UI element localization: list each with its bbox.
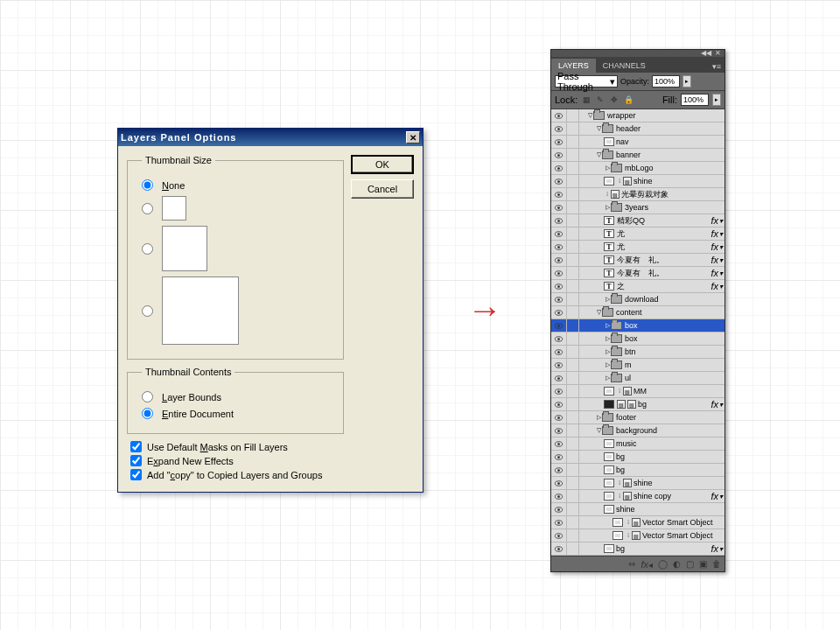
radio-medium[interactable] xyxy=(142,243,153,255)
radio-none[interactable] xyxy=(142,179,153,191)
visibility-icon[interactable] xyxy=(551,122,567,135)
panel-menu-icon[interactable]: ▾≡ xyxy=(709,60,724,73)
opacity-input[interactable]: 100% xyxy=(652,75,680,88)
lock-transparency-icon[interactable]: ▦ xyxy=(581,94,592,105)
visibility-icon[interactable] xyxy=(551,385,567,397)
ok-button[interactable]: OK xyxy=(351,155,414,174)
visibility-icon[interactable] xyxy=(551,332,567,345)
visibility-icon[interactable] xyxy=(551,175,567,187)
close-icon[interactable]: ✕ xyxy=(406,131,420,144)
fx-indicator[interactable]: fx ▾ xyxy=(710,399,724,410)
layer-row[interactable]: T今夏有 礼。fx ▾ xyxy=(551,267,724,280)
trash-icon[interactable]: 🗑 xyxy=(712,559,721,569)
lock-move-icon[interactable]: ✥ xyxy=(609,94,620,105)
visibility-icon[interactable] xyxy=(551,214,567,227)
fill-arrow-icon[interactable]: ▸ xyxy=(712,94,721,106)
layer-row[interactable]: ▷box xyxy=(551,332,724,346)
layer-row[interactable]: ⁞▧shine copyfx ▾ xyxy=(551,490,724,503)
layer-row[interactable]: ▷box xyxy=(551,319,724,332)
layer-row[interactable]: bgfx ▾ xyxy=(551,542,724,556)
layer-row[interactable]: ▷mbLogo xyxy=(551,162,724,175)
visibility-icon[interactable] xyxy=(551,306,567,318)
new-group-icon[interactable]: ▢ xyxy=(686,559,694,569)
visibility-icon[interactable] xyxy=(551,424,567,437)
visibility-icon[interactable] xyxy=(551,372,567,384)
layer-row[interactable]: ⁞▧光晕剪裁对象 xyxy=(551,188,724,201)
layer-row[interactable]: ▷ul xyxy=(551,372,724,385)
layer-row[interactable]: music xyxy=(551,438,724,451)
layer-row[interactable]: ▷download xyxy=(551,293,724,306)
layer-row[interactable]: ▧▧bgfx ▾ xyxy=(551,398,724,411)
layer-row[interactable]: T尤fx ▾ xyxy=(551,241,724,254)
radio-entire-document[interactable] xyxy=(142,408,153,419)
layer-row[interactable]: ▽background xyxy=(551,424,724,438)
lock-brush-icon[interactable]: ✎ xyxy=(595,94,606,105)
link-layers-icon[interactable]: ⇔ xyxy=(628,559,635,569)
visibility-icon[interactable] xyxy=(551,398,567,410)
visibility-icon[interactable] xyxy=(551,280,567,292)
visibility-icon[interactable] xyxy=(551,503,567,515)
visibility-icon[interactable] xyxy=(551,188,567,200)
visibility-icon[interactable] xyxy=(551,241,567,253)
panel-top-bar[interactable]: ◀◀✕ xyxy=(551,50,724,57)
fx-indicator[interactable]: fx ▾ xyxy=(710,281,724,291)
cancel-button[interactable]: Cancel xyxy=(351,179,414,199)
mask-icon[interactable]: ◯ xyxy=(658,559,668,569)
visibility-icon[interactable] xyxy=(551,438,567,450)
adjustment-icon[interactable]: ◐ xyxy=(673,559,681,569)
visibility-icon[interactable] xyxy=(551,451,567,463)
layer-row[interactable]: shine xyxy=(551,503,724,516)
layer-row[interactable]: ⁞▧Vector Smart Object xyxy=(551,529,724,542)
visibility-icon[interactable] xyxy=(551,464,567,476)
visibility-icon[interactable] xyxy=(551,411,567,424)
radio-large[interactable] xyxy=(142,305,153,317)
layer-row[interactable]: ▽content xyxy=(551,306,724,319)
layer-row[interactable]: ▽wrapper xyxy=(551,109,724,122)
radio-small[interactable] xyxy=(142,203,153,214)
radio-layer-bounds[interactable] xyxy=(142,391,153,402)
chk-add-copy[interactable] xyxy=(130,469,142,480)
layer-row[interactable]: ▷m xyxy=(551,359,724,372)
layer-row[interactable]: nav xyxy=(551,136,724,149)
visibility-icon[interactable] xyxy=(551,162,567,174)
layer-row[interactable]: T之fx ▾ xyxy=(551,280,724,293)
layer-row[interactable]: ⁞▧shine xyxy=(551,477,724,490)
collapse-icon[interactable]: ◀◀ xyxy=(701,50,711,57)
layer-row[interactable]: T精彩QQfx ▾ xyxy=(551,214,724,228)
visibility-icon[interactable] xyxy=(551,477,567,489)
new-layer-icon[interactable]: ▣ xyxy=(699,559,707,569)
visibility-icon[interactable] xyxy=(551,490,567,502)
layer-row[interactable]: ⁞▧shine xyxy=(551,175,724,188)
visibility-icon[interactable] xyxy=(551,267,567,279)
fx-indicator[interactable]: fx ▾ xyxy=(710,491,724,501)
fx-indicator[interactable]: fx ▾ xyxy=(710,268,724,278)
fx-indicator[interactable]: fx ▾ xyxy=(710,215,724,226)
visibility-icon[interactable] xyxy=(551,542,567,555)
chk-default-masks[interactable] xyxy=(130,441,142,452)
visibility-icon[interactable] xyxy=(551,254,567,266)
visibility-icon[interactable] xyxy=(551,529,567,542)
dialog-titlebar[interactable]: Layers Panel Options ✕ xyxy=(118,129,423,146)
visibility-icon[interactable] xyxy=(551,319,567,332)
opacity-arrow-icon[interactable]: ▸ xyxy=(682,75,691,88)
chk-expand-effects[interactable] xyxy=(130,455,142,466)
visibility-icon[interactable] xyxy=(551,346,567,358)
layer-row[interactable]: T尤fx ▾ xyxy=(551,228,724,241)
fx-indicator[interactable]: fx ▾ xyxy=(710,242,724,252)
visibility-icon[interactable] xyxy=(551,201,567,214)
layer-row[interactable]: ▷btn xyxy=(551,346,724,359)
layer-row[interactable]: ⁞▧MM xyxy=(551,385,724,398)
visibility-icon[interactable] xyxy=(551,136,567,148)
layer-row[interactable]: ▷3years xyxy=(551,201,724,214)
visibility-icon[interactable] xyxy=(551,516,567,528)
fx-icon[interactable]: fx◂ xyxy=(640,559,653,570)
layer-row[interactable]: ▽header xyxy=(551,122,724,136)
visibility-icon[interactable] xyxy=(551,109,567,122)
layer-row[interactable]: bg xyxy=(551,464,724,477)
layer-row[interactable]: ▷footer xyxy=(551,411,724,424)
blend-mode-select[interactable]: Pass Through▾ xyxy=(555,75,618,88)
lock-all-icon[interactable]: 🔒 xyxy=(623,94,634,105)
layer-row[interactable]: bg xyxy=(551,451,724,464)
visibility-icon[interactable] xyxy=(551,293,567,305)
close-panel-icon[interactable]: ✕ xyxy=(715,50,721,57)
